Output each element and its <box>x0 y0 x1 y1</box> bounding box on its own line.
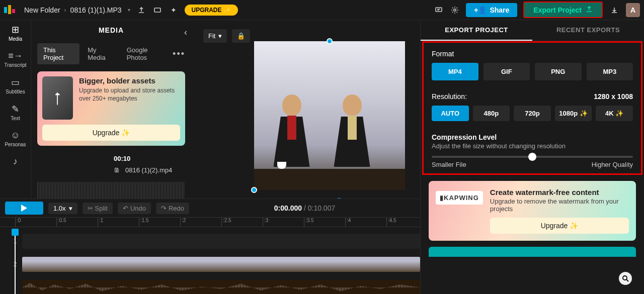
timeline-track-1[interactable]: 1 <box>12 232 420 250</box>
tab-this-project[interactable]: This Project <box>37 43 79 64</box>
collapse-panel-icon[interactable]: ‹ <box>184 27 187 38</box>
search-icon[interactable] <box>619 272 632 285</box>
tab-my-media[interactable]: My Media <box>82 43 118 64</box>
timeline-track-2[interactable]: 2 <box>12 255 420 273</box>
export-panel: EXPORT PROJECT RECENT EXPORTS Format MP4… <box>420 20 644 294</box>
playhead[interactable] <box>12 229 19 236</box>
upload-icon: ⭡ <box>42 76 73 120</box>
res-1080p[interactable]: 1080p ✨ <box>555 106 592 121</box>
res-4k[interactable]: 4K ✨ <box>596 106 633 121</box>
ruler-tick: :4.5 <box>386 218 396 227</box>
export-label: Export Project <box>533 6 582 14</box>
export-icon <box>586 6 593 14</box>
audio-waveform-preview[interactable] <box>37 182 185 200</box>
svg-rect-0 <box>154 8 160 12</box>
breadcrumb-file[interactable]: 0816 (1)(1).MP3 <box>70 6 122 14</box>
format-mp3[interactable]: MP3 <box>587 63 633 80</box>
sparkle-icon[interactable]: ✦ <box>169 5 179 15</box>
resize-handle-bottom-left[interactable] <box>251 187 257 193</box>
gear-icon[interactable] <box>450 5 460 15</box>
svg-rect-1 <box>436 8 442 12</box>
upload-icon[interactable] <box>136 5 146 15</box>
watermark-upgrade-button[interactable]: Upgrade ✨ <box>490 218 629 234</box>
upgrade-pill[interactable]: UPGRADE ✨ <box>185 5 238 16</box>
redo-icon: ↷ <box>161 205 167 212</box>
zoom-selector[interactable]: 1.0x ▾ <box>48 203 77 214</box>
video-clip[interactable] <box>22 257 420 272</box>
rail-transcript[interactable]: ≡→ Transcript <box>4 51 26 68</box>
ruler-tick: :3.5 <box>304 218 314 227</box>
upgrade-card-button[interactable]: Upgrade ✨ <box>42 125 180 141</box>
person-plus-icon: +👤 <box>474 6 487 14</box>
svg-point-2 <box>454 9 456 11</box>
comment-icon[interactable] <box>434 5 444 15</box>
subtitles-icon: ▭ <box>11 77 20 88</box>
svg-point-3 <box>623 276 627 280</box>
file-row[interactable]: 🗎 0816 (1)(2).mp4 <box>112 164 185 176</box>
next-card-peek[interactable] <box>429 247 636 257</box>
media-panel: ‹ MEDIA This Project My Media Google Pho… <box>31 20 191 199</box>
avatar[interactable]: A <box>626 3 640 17</box>
fit-dropdown[interactable]: Fit ▾ <box>203 29 227 43</box>
chevron-down-icon: ▾ <box>218 32 222 40</box>
export-settings: Format MP4 GIF PNG MP3 Resolution: 1280 … <box>422 41 642 175</box>
res-480p[interactable]: 480p <box>473 106 510 121</box>
compression-subtitle: Adjust the file size without changing re… <box>432 142 633 150</box>
compression-slider[interactable] <box>432 156 633 158</box>
breadcrumb-folder[interactable]: New Folder <box>24 6 60 14</box>
video-content <box>254 41 405 190</box>
timeline: 1.0x ▾ ✂Split ↶Undo ↷Redo 0:00.000 / 0:1… <box>0 199 420 294</box>
rail-text[interactable]: ✎ Text <box>11 104 20 121</box>
share-button[interactable]: +👤 Share <box>466 3 517 17</box>
slider-thumb[interactable] <box>528 153 536 161</box>
format-gif[interactable]: GIF <box>484 63 530 80</box>
lock-icon: 🔒 <box>237 32 245 40</box>
timeline-track-audio[interactable] <box>12 278 420 294</box>
undo-button[interactable]: ↶Undo <box>118 203 151 214</box>
tab-recent-exports[interactable]: RECENT EXPORTS <box>532 20 644 41</box>
res-720p[interactable]: 720p <box>514 106 551 121</box>
rail-subtitles[interactable]: ▭ Subtitles <box>6 77 25 94</box>
tab-export-project[interactable]: EXPORT PROJECT <box>421 20 532 41</box>
ruler-tick: :1 <box>98 218 103 227</box>
video-frame[interactable]: ⟳ <box>254 41 405 190</box>
rail-media[interactable]: ⊞ Media <box>9 24 22 42</box>
redo-button[interactable]: ↷Redo <box>156 203 189 214</box>
canvas-area: Fit ▾ 🔒 ⟳ <box>191 20 420 199</box>
play-button[interactable] <box>5 202 43 215</box>
app-header: New Folder › 0816 (1)(1).MP3 ▾ ✦ UPGRADE… <box>0 0 644 20</box>
rail-personas[interactable]: ☺ Personas <box>5 130 26 147</box>
kapwing-logo: ▮KAPWING <box>436 191 483 205</box>
ruler-tick: :4 <box>345 218 351 227</box>
format-png[interactable]: PNG <box>535 63 582 80</box>
download-icon[interactable] <box>609 5 620 16</box>
split-button[interactable]: ✂Split <box>83 203 113 214</box>
timecode: 0:00.000 / 0:10.007 <box>274 204 335 212</box>
resolution-value: 1280 x 1008 <box>594 92 633 101</box>
media-icon: ⊞ <box>12 24 19 35</box>
tab-google-photos[interactable]: Google Photos <box>121 43 171 64</box>
watermark-card: ▮KAPWING Create watermark-free content U… <box>429 181 636 241</box>
file-icon: 🗎 <box>114 166 120 174</box>
lock-button[interactable]: 🔒 <box>232 29 250 43</box>
personas-icon: ☺ <box>11 130 20 141</box>
resolution-label: Resolution: <box>432 92 467 101</box>
resize-handle-top[interactable] <box>327 38 333 44</box>
more-dots-icon[interactable]: ••• <box>173 49 185 59</box>
ruler-tick: :2 <box>180 218 186 227</box>
card-view-icon[interactable] <box>152 5 163 15</box>
slider-max-label: Higher Quality <box>592 161 633 168</box>
rail-audio[interactable]: ♪ <box>13 156 18 167</box>
undo-icon: ↶ <box>123 205 128 212</box>
timeline-ruler[interactable]: :0:0.5:1:1.5:2:2.5:3:3.5:4:4.5 <box>0 217 420 227</box>
watermark-body: Upgrade to remove the watermark from you… <box>490 198 629 213</box>
upgrade-card: ⭡ Bigger, bolder assets Upgrade to uploa… <box>37 71 185 146</box>
export-project-button[interactable]: Export Project <box>523 2 603 18</box>
format-mp4[interactable]: MP4 <box>432 63 478 80</box>
text-icon: ✎ <box>12 104 19 115</box>
breadcrumb[interactable]: New Folder › 0816 (1)(1).MP3 ▾ <box>24 6 130 14</box>
audio-clip[interactable] <box>22 280 420 294</box>
empty-track[interactable] <box>22 234 420 249</box>
chevron-down-icon[interactable]: ▾ <box>128 7 130 13</box>
res-auto[interactable]: AUTO <box>432 106 469 121</box>
